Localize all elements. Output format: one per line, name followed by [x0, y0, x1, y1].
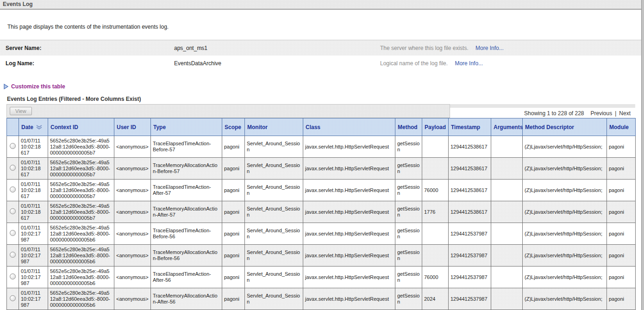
server-name-help: The server where this log file exists. M… [380, 45, 644, 51]
sort-descending-icon [36, 125, 43, 130]
vertical-scrollbar[interactable] [641, 0, 644, 310]
cell-method-descriptor: (Z)Ljavax/servlet/http/HttpSession; [523, 180, 607, 201]
cell-type: TraceElapsedTimeAction-After-57 [151, 180, 222, 201]
row-select-cell [7, 245, 19, 267]
expand-arrow-icon[interactable] [4, 84, 9, 89]
cell-type: TraceElapsedTimeAction-After-56 [151, 267, 222, 288]
row-select-cell [7, 180, 19, 201]
table-row: 01/07/11 10:02:17 987 5652e5c280e3b25e:-… [7, 245, 636, 267]
row-select-radio[interactable] [10, 165, 16, 171]
server-name-more-info-link[interactable]: More Info... [475, 45, 504, 51]
cell-timestamp: 1294412537987 [449, 223, 491, 245]
cell-monitor: Servlet_Around_Session [245, 136, 303, 158]
cell-module: pagoni [607, 245, 636, 267]
cell-class: javax.servlet.http.HttpServletRequest [303, 136, 395, 158]
column-header-method[interactable]: Method [395, 118, 422, 136]
cell-method: getSession [395, 267, 422, 288]
cell-timestamp: 1294412538617 [449, 180, 491, 201]
cell-user-id: <anonymous> [114, 158, 151, 180]
cell-method-descriptor: (Z)Ljavax/servlet/http/HttpSession; [523, 201, 607, 223]
cell-context-id: 5652e5c280e3b25e:-49a512a8:12d60eea3d5:-… [48, 180, 114, 201]
customize-table-link[interactable]: Customize this table [11, 83, 65, 90]
cell-module: pagoni [607, 201, 636, 223]
log-name-help-text: Logical name of the log file. [380, 60, 448, 67]
column-header-arguments[interactable]: Arguments [491, 118, 523, 136]
events-table-body: 01/07/11 10:02:18 617 5652e5c280e3b25e:-… [7, 136, 636, 310]
cell-arguments [491, 136, 523, 158]
cell-timestamp: 1294412537987 [449, 245, 491, 267]
column-header-method-descriptor[interactable]: Method Descriptor [523, 118, 607, 136]
cell-arguments [491, 158, 523, 180]
cell-payload: 1776 [422, 201, 449, 223]
cell-arguments [491, 180, 523, 201]
column-header-monitor[interactable]: Monitor [245, 118, 303, 136]
cell-module: pagoni [607, 180, 636, 201]
row-select-radio[interactable] [10, 143, 16, 149]
cell-user-id: <anonymous> [114, 201, 151, 223]
table-row: 01/07/11 10:02:18 617 5652e5c280e3b25e:-… [7, 158, 636, 180]
row-select-radio[interactable] [10, 208, 16, 214]
cell-payload [422, 158, 449, 180]
cell-context-id: 5652e5c280e3b25e:-49a512a8:12d60eea3d5:-… [48, 201, 114, 223]
cell-date: 01/07/11 10:02:17 987 [19, 223, 48, 245]
cell-user-id: <anonymous> [114, 288, 151, 310]
cell-class: javax.servlet.http.HttpServletRequest [303, 223, 395, 245]
cell-method-descriptor: (Z)Ljavax/servlet/http/HttpSession; [523, 223, 607, 245]
paging-separator: | [615, 110, 616, 117]
cell-method: getSession [395, 180, 422, 201]
row-select-radio[interactable] [10, 186, 16, 192]
cell-class: javax.servlet.http.HttpServletRequest [303, 201, 395, 223]
paging-controls: Showing 1 to 228 of 228 Previous | Next [450, 104, 635, 118]
previous-page-link[interactable]: Previous [591, 110, 613, 117]
cell-arguments [491, 201, 523, 223]
row-select-cell [7, 158, 19, 180]
cell-context-id: 5652e5c280e3b25e:-49a512a8:12d60eea3d5:-… [48, 223, 114, 245]
column-header-module[interactable]: Module [607, 118, 636, 136]
cell-method-descriptor: (Z)Ljavax/servlet/http/HttpSession; [523, 245, 607, 267]
cell-class: javax.servlet.http.HttpServletRequest [303, 158, 395, 180]
cell-module: pagoni [607, 136, 636, 158]
column-header-context-id[interactable]: Context ID [48, 118, 114, 136]
cell-class: javax.servlet.http.HttpServletRequest [303, 267, 395, 288]
cell-method: getSession [395, 223, 422, 245]
row-select-cell [7, 267, 19, 288]
cell-date: 01/07/11 10:02:18 617 [19, 201, 48, 223]
page-description: This page displays the contents of the i… [7, 24, 644, 30]
column-header-scope[interactable]: Scope [222, 118, 245, 136]
row-select-radio[interactable] [10, 295, 16, 301]
page-title-bar: Events Log [0, 0, 644, 10]
cell-user-id: <anonymous> [114, 267, 151, 288]
cell-date: 01/07/11 10:02:17 987 [19, 288, 48, 310]
log-name-more-info-link[interactable]: More Info... [455, 60, 483, 67]
view-button[interactable]: View [10, 107, 32, 115]
column-header-user-id[interactable]: User ID [114, 118, 151, 136]
customize-table-row: Customize this table [4, 83, 644, 90]
server-name-help-text: The server where this log file exists. [380, 45, 469, 51]
cell-module: pagoni [607, 288, 636, 310]
column-header-payload[interactable]: Payload [422, 118, 449, 136]
row-select-radio[interactable] [10, 273, 16, 279]
cell-payload [422, 136, 449, 158]
row-select-radio[interactable] [10, 230, 16, 236]
cell-scope: pagoni [222, 245, 245, 267]
table-title: Events Log Entries (Filtered - More Colu… [7, 96, 644, 102]
column-header-date[interactable]: Date [19, 118, 48, 136]
row-select-cell [7, 288, 19, 310]
column-header-timestamp[interactable]: Timestamp [449, 118, 491, 136]
next-page-link[interactable]: Next [619, 110, 631, 117]
cell-context-id: 5652e5c280e3b25e:-49a512a8:12d60eea3d5:-… [48, 245, 114, 267]
table-row: 01/07/11 10:02:18 617 5652e5c280e3b25e:-… [7, 180, 636, 201]
cell-scope: pagoni [222, 288, 245, 310]
column-header-class[interactable]: Class [303, 118, 395, 136]
cell-context-id: 5652e5c280e3b25e:-49a512a8:12d60eea3d5:-… [48, 267, 114, 288]
cell-monitor: Servlet_Around_Session [245, 288, 303, 310]
cell-monitor: Servlet_Around_Session [245, 245, 303, 267]
cell-class: javax.servlet.http.HttpServletRequest [303, 288, 395, 310]
cell-class: javax.servlet.http.HttpServletRequest [303, 180, 395, 201]
cell-payload [422, 245, 449, 267]
row-select-radio[interactable] [10, 252, 16, 258]
cell-method: getSession [395, 201, 422, 223]
table-row: 01/07/11 10:02:17 987 5652e5c280e3b25e:-… [7, 267, 636, 288]
column-header-type[interactable]: Type [151, 118, 222, 136]
cell-monitor: Servlet_Around_Session [245, 267, 303, 288]
